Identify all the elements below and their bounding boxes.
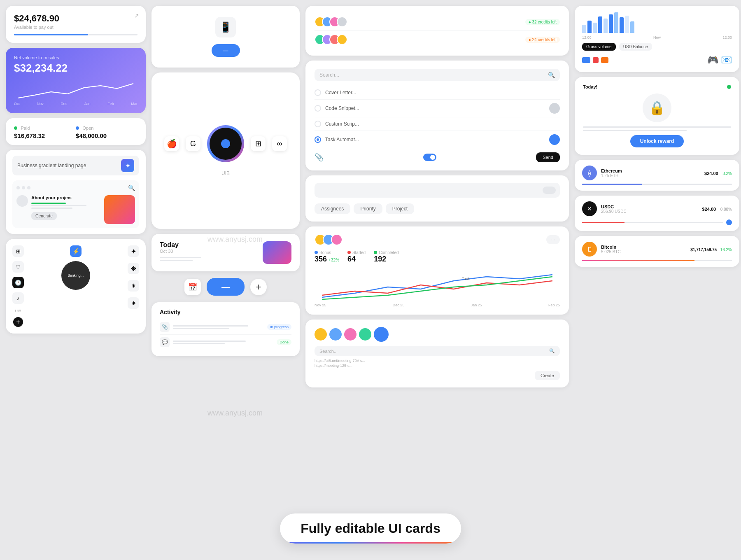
sidebar-icon-grid[interactable]: ⊞ xyxy=(12,245,24,257)
ai-input-text: Business gradient landing page xyxy=(17,163,86,168)
tab-assignees[interactable]: Assignees xyxy=(315,203,350,214)
main-app-icon-ring xyxy=(207,125,244,162)
usd-balance-toggle[interactable]: USD Balance xyxy=(619,43,652,51)
snippet-radio-3 xyxy=(315,121,321,127)
sparkle-icons: ✦ ❋ ✴ ⁕ xyxy=(128,245,139,309)
today-line-1 xyxy=(160,257,201,258)
ethereum-icon: ⟠ xyxy=(582,166,597,180)
activity-card: Activity 📎 In progress 💬 Done xyxy=(151,302,300,356)
column-1: ↗ $24,678.90 Available to pay out Net vo… xyxy=(6,6,146,387)
snippet-item-4[interactable]: Task Automat... xyxy=(315,131,560,148)
ai-button[interactable]: ✦ xyxy=(121,159,134,172)
thinking-circle: thinking... xyxy=(61,261,90,290)
bitcoin-price: $1,717,159.75 xyxy=(690,247,717,252)
people-action-row: Create xyxy=(315,371,560,380)
open-label: Open xyxy=(82,126,93,131)
sidebar-icon-music[interactable]: ♪ xyxy=(12,292,24,304)
avatar-8 xyxy=(337,34,347,45)
area-chart-svg: Task xyxy=(315,268,560,301)
mini-bar-4 xyxy=(598,16,602,33)
chart-avatars xyxy=(315,234,343,245)
top-placeholder-card: 📱 — xyxy=(151,6,300,68)
calendar-ctrl-icon[interactable]: 📅 xyxy=(184,279,201,295)
apple-icon[interactable]: 🍎 xyxy=(164,136,179,151)
search-bar[interactable]: Search... 🔍 xyxy=(315,69,560,81)
browser-thumbnail xyxy=(104,195,135,224)
bonus-value: 356 xyxy=(315,255,327,264)
snippet-item-1[interactable]: Cover Letter... xyxy=(315,86,560,100)
mini-bar-10 xyxy=(630,21,634,33)
external-icon[interactable]: ↗ xyxy=(134,12,139,19)
plus-button[interactable]: + xyxy=(250,279,267,295)
tab-priority[interactable]: Priority xyxy=(354,203,382,214)
windows-icon[interactable]: ⊞ xyxy=(251,136,266,151)
net-volume-label: Net volume from sales xyxy=(14,55,137,60)
eth-bar-track xyxy=(582,184,732,185)
filter-toggle[interactable] xyxy=(543,187,556,194)
ethereum-price: $24.00 xyxy=(704,171,718,176)
tab-project[interactable]: Project xyxy=(386,203,414,214)
finance-subtitle: Available to pay out xyxy=(14,25,137,30)
stat-bonus: Bonus 356 +32% xyxy=(315,250,339,264)
snippet-label-4: Task Automat... xyxy=(325,137,545,142)
usdc-bar-row xyxy=(582,219,732,225)
task-toggle[interactable] xyxy=(423,154,436,161)
lightning-icon: ⚡ xyxy=(70,245,82,257)
unlock-reward-button[interactable]: Unlock reward xyxy=(630,135,684,147)
lock-line-2 xyxy=(583,130,687,131)
sidebar-icon-clock[interactable]: 🕐 xyxy=(12,277,24,288)
task-filter-card: Assignees Priority Project xyxy=(305,175,569,222)
app-icons-row: 🍎 G ⊞ ∞ xyxy=(164,125,287,162)
ai-input-card: Business gradient landing page ✦ 🔍 xyxy=(6,150,146,234)
generate-button[interactable]: Generate xyxy=(31,212,57,220)
attach-icon[interactable]: 📎 xyxy=(315,153,324,162)
usdc-sub: 256.90 USDC xyxy=(601,209,627,214)
send-button[interactable]: Send xyxy=(536,152,560,162)
finance-card: ↗ $24,678.90 Available to pay out xyxy=(6,6,146,43)
finance-amount: $24,678.90 xyxy=(14,13,137,24)
browser-search-icon[interactable]: 🔍 xyxy=(128,184,135,191)
meta-icon[interactable]: ∞ xyxy=(272,136,287,151)
google-icon[interactable]: G xyxy=(186,136,200,151)
stat-started: Started 64 xyxy=(347,250,366,264)
create-button[interactable]: Create xyxy=(535,371,560,380)
thinking-text: thinking... xyxy=(66,272,86,279)
minus-pill-button[interactable]: — xyxy=(207,278,245,296)
completed-label: Completed xyxy=(374,250,398,255)
people-search-bar[interactable]: Search... 🔍 xyxy=(315,346,560,356)
snippet-radio-4-active xyxy=(315,136,321,143)
chart-date-jan: Jan 25 xyxy=(471,303,482,307)
chart-more-btn[interactable]: ··· xyxy=(546,235,560,244)
pill-button[interactable]: — xyxy=(212,44,240,57)
net-volume-chart xyxy=(14,79,137,100)
bitcoin-bar xyxy=(582,260,732,261)
phone-icon: 📱 xyxy=(215,17,236,37)
net-volume-amount: $32,234.22 xyxy=(14,62,137,75)
people-avatar-3 xyxy=(344,328,357,341)
snippet-item-3[interactable]: Custom Scrip... xyxy=(315,117,560,131)
people-search-text: Search... xyxy=(319,349,338,354)
mini-bar-6 xyxy=(609,14,613,33)
lock-lines xyxy=(583,126,731,131)
sidebar-add-btn[interactable]: + xyxy=(13,317,23,327)
gross-volume-toggle[interactable]: Gross volume xyxy=(582,43,616,51)
online-dot xyxy=(727,85,731,89)
paid-dot xyxy=(14,126,17,130)
chart-avatar-3 xyxy=(331,234,343,245)
banner-wrapper: Fully editable UI cards xyxy=(280,513,461,544)
browser-mockup: 🔍 About your project Generate xyxy=(12,180,139,228)
gmail-icon: 📧 xyxy=(721,55,732,65)
sidebar-label: UIB xyxy=(15,309,21,313)
svg-text:Task: Task xyxy=(462,277,470,281)
app-icons-card: 🍎 G ⊞ ∞ UIB xyxy=(151,72,300,229)
toggle-knob xyxy=(430,155,435,160)
page-container: www.anyusj.com www.anyusj.com ↗ $24,678.… xyxy=(0,0,741,560)
search-icon: 🔍 xyxy=(548,72,555,78)
sidebar-icon-heart[interactable]: ♡ xyxy=(12,261,24,273)
ai-thinking-card: ⊞ ♡ 🕐 ♪ UIB + ⚡ thinking... ✦ ❋ xyxy=(6,239,146,334)
snippet-item-2[interactable]: Code Snippet... xyxy=(315,100,560,117)
credits-avatars-2 xyxy=(315,34,344,45)
activity-line-4 xyxy=(173,343,225,344)
mini-bar-3 xyxy=(593,23,597,33)
browser-dot-1 xyxy=(16,186,20,189)
